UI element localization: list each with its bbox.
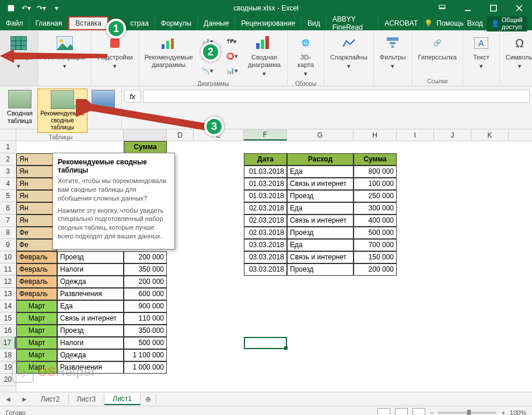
tab-data[interactable]: Данные [198,16,235,30]
view-page-break[interactable] [412,408,425,416]
col-f[interactable]: F [244,129,287,140]
col-h[interactable]: H [354,129,397,140]
table-cell[interactable]: 02.03.2018 [244,202,287,214]
table-cell[interactable]: 03.03.2018 [244,239,287,251]
table-cell[interactable]: 200 000 [124,251,167,263]
table-cell[interactable]: 110 000 [124,312,167,325]
chart-type-5[interactable]: ⭕▾ [220,50,244,64]
table-cell[interactable]: Еда [287,239,354,251]
row-11[interactable]: 11 [0,263,16,276]
qat-customize-icon[interactable]: ▾ [50,2,63,15]
table-cell[interactable]: Связь и интернет [57,312,124,325]
table-cell[interactable]: Проезд [287,190,354,202]
table-cell[interactable]: Проезд [287,263,354,276]
undo-icon[interactable]: ↶▾ [20,2,33,15]
table-cell[interactable]: 600 000 [124,288,167,300]
table-cell[interactable]: 500 000 [354,227,397,239]
table-cell[interactable]: Март [16,312,57,325]
table-cell[interactable]: 350 000 [124,325,167,337]
col-k[interactable]: K [471,129,509,140]
table-cell[interactable]: 400 000 [354,214,397,227]
row-5[interactable]: 5 [0,190,16,202]
chart-type-4[interactable]: 🗺▾ [220,35,244,49]
hyperlink-button[interactable]: 🔗Гиперссылка [416,33,459,62]
col-j[interactable]: J [434,129,471,140]
table-cell[interactable]: Еда [287,166,354,178]
spreadsheet-grid[interactable]: 1234567891011121314151617181920 Сумма Ре… [0,141,532,392]
table-cell[interactable]: 900 000 [124,300,167,312]
row-4[interactable]: 4 [0,178,16,190]
table-cell[interactable]: Развлечения [57,288,124,300]
illustrations-button[interactable]: Иллюстрации▾ [42,33,88,71]
table-cell[interactable]: 250 000 [354,190,397,202]
close-icon[interactable] [506,0,532,16]
sheet-nav-next[interactable]: ► [16,395,33,403]
t2-hdr-date[interactable]: Дата [244,153,287,166]
table-cell[interactable]: 200 000 [124,276,167,288]
row-8[interactable]: 8 [0,227,16,239]
add-sheet-button[interactable]: ⊕ [141,394,156,405]
tab-abbyy[interactable]: ABBYY FineRead [327,16,379,30]
tab-acrobat[interactable]: ACROBAT [379,16,424,30]
table-cell[interactable]: Еда [57,300,124,312]
table-cell[interactable]: Налоги [57,263,124,276]
zoom-in[interactable]: + [501,409,505,416]
table-cell[interactable]: Март [16,325,57,337]
table-cell[interactable]: 03.03.2018 [244,263,287,276]
table-cell[interactable]: Февраль [16,263,57,276]
table-cell[interactable]: Связь и интернет [287,178,354,190]
row-3[interactable]: 3 [0,166,16,178]
table-cell[interactable]: Февраль [16,251,57,263]
row-6[interactable]: 6 [0,202,16,214]
table-cell[interactable]: Ян [16,190,57,202]
filters-button[interactable]: Фильтры▾ [377,33,408,71]
row-1[interactable]: 1 [0,141,16,153]
share-button[interactable]: 👤Общий доступ [487,15,527,31]
table-cell[interactable]: Март [16,337,57,349]
table-cell[interactable]: Февраль [16,288,57,300]
col-g[interactable]: G [287,129,354,140]
zoom-slider[interactable] [438,412,496,414]
table-cell[interactable]: 1 000 000 [124,361,167,374]
table-cell[interactable]: 01.03.2018 [244,178,287,190]
tab-layout[interactable]: страа [124,16,155,30]
text-button[interactable]: AТекст▾ [467,33,496,71]
tell-me[interactable]: Помощь [436,19,463,27]
zoom-out[interactable]: − [430,409,433,416]
pivot-chart-button[interactable]: Сводная диаграмма▾ [245,33,284,79]
ribbon-options-icon[interactable] [429,0,455,16]
table-cell[interactable]: 350 000 [124,263,167,276]
table-cell[interactable]: Проезд [287,227,354,239]
save-icon[interactable] [5,2,18,15]
table-cell[interactable]: Ян [16,214,57,227]
row-14[interactable]: 14 [0,300,16,312]
table-cell[interactable]: 150 000 [354,251,397,263]
table-cell[interactable]: Март [16,349,57,361]
table-cell[interactable]: Проезд [57,325,124,337]
3d-map-button[interactable]: 🌐3D-карта▾ [291,33,320,79]
table-cell[interactable]: 300 000 [354,202,397,214]
row-15[interactable]: 15 [0,312,16,325]
tab-formulas[interactable]: Формулы [155,16,198,30]
table-cell[interactable]: Фе [16,227,57,239]
t2-hdr-sum[interactable]: Сумма [354,153,397,166]
chart-type-3[interactable]: 📉▾ [196,64,219,78]
table-cell[interactable]: 02.03.2018 [244,214,287,227]
table-cell[interactable]: 200 000 [354,263,397,276]
t1-hdr-sum[interactable]: Сумма [124,141,167,153]
table-cell[interactable]: Одежда [57,349,124,361]
table-cell[interactable]: Проезд [57,251,124,263]
sheet-nav-prev[interactable]: ◄ [0,395,16,403]
table-cell[interactable]: 100 000 [354,178,397,190]
table-cell[interactable]: Февраль [16,276,57,288]
row-16[interactable]: 16 [0,325,16,337]
row-7[interactable]: 7 [0,214,16,227]
table-cell[interactable]: Еда [287,202,354,214]
view-normal[interactable] [377,408,390,416]
table-cell[interactable]: 03.03.2018 [244,251,287,263]
table-cell[interactable]: 01.03.2018 [244,166,287,178]
sheet-tab-3[interactable]: Лист1 [104,393,141,405]
table-cell[interactable]: Одежда [57,276,124,288]
row-2[interactable]: 2 [0,153,16,166]
table-cell[interactable]: Связь и интернет [287,251,354,263]
